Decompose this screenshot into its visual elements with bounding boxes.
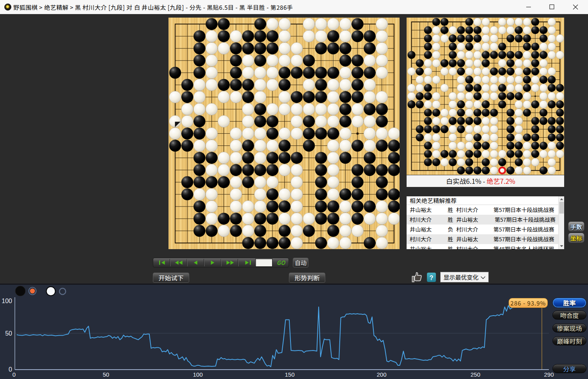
svg-text:250: 250 [470,371,480,378]
svg-text:150: 150 [285,371,294,378]
svg-text:290: 290 [544,371,554,378]
svg-text:0: 0 [13,371,16,378]
svg-text:200: 200 [376,371,386,378]
svg-text:100: 100 [2,298,12,304]
svg-text:100: 100 [193,371,203,378]
svg-text:50: 50 [103,371,109,378]
svg-text:50: 50 [5,330,12,337]
svg-text:0: 0 [9,366,12,373]
